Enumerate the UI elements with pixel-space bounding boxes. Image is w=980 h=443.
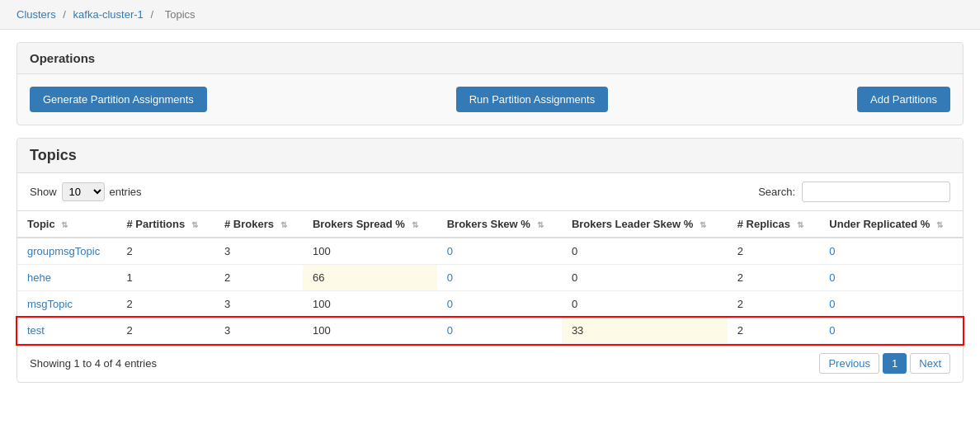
sort-icon-topic: ⇅ bbox=[61, 220, 68, 229]
table-controls: Show 10 25 50 100 entries Search: bbox=[17, 173, 963, 210]
search-label: Search: bbox=[758, 186, 795, 198]
table-row: hehe12660020 bbox=[17, 265, 963, 291]
table-row: msgTopic231000020 bbox=[17, 291, 963, 318]
topics-title: Topics bbox=[17, 139, 963, 173]
col-topic: Topic ⇅ bbox=[17, 211, 116, 238]
breadcrumb-sep-1: / bbox=[63, 8, 66, 21]
show-label: Show bbox=[30, 186, 57, 198]
previous-page-button[interactable]: Previous bbox=[819, 353, 879, 374]
col-skew: Brokers Skew % ⇅ bbox=[437, 211, 562, 238]
table-footer: Showing 1 to 4 of 4 entries Previous 1 N… bbox=[17, 344, 963, 382]
operations-title: Operations bbox=[17, 43, 963, 74]
col-partitions: # Partitions ⇅ bbox=[116, 211, 214, 238]
topic-link[interactable]: groupmsgTopic bbox=[27, 245, 100, 257]
breadcrumb-page: Topics bbox=[165, 8, 196, 21]
col-under-replicated: Under Replicated % ⇅ bbox=[819, 211, 963, 238]
next-page-button[interactable]: Next bbox=[910, 353, 950, 374]
topic-link[interactable]: test bbox=[27, 324, 45, 337]
add-partitions-button[interactable]: Add Partitions bbox=[857, 87, 950, 112]
page-1-button[interactable]: 1 bbox=[883, 353, 907, 374]
sort-icon-partitions: ⇅ bbox=[191, 220, 198, 229]
topic-link[interactable]: hehe bbox=[27, 271, 51, 284]
topic-link[interactable]: msgTopic bbox=[27, 298, 73, 310]
operations-panel: Operations Generate Partition Assignment… bbox=[16, 42, 964, 125]
breadcrumb-sep-2: / bbox=[150, 8, 153, 21]
breadcrumb-cluster-link[interactable]: kafka-cluster-1 bbox=[73, 8, 144, 21]
table-row: groupmsgTopic231000020 bbox=[17, 238, 963, 265]
generate-partition-assignments-button[interactable]: Generate Partition Assignments bbox=[30, 87, 207, 112]
table-header-row: Topic ⇅ # Partitions ⇅ # Brokers ⇅ Broke… bbox=[17, 211, 963, 238]
breadcrumb: Clusters / kafka-cluster-1 / Topics bbox=[0, 0, 980, 30]
show-entries: Show 10 25 50 100 entries bbox=[30, 182, 142, 201]
sort-icon-under-replicated: ⇅ bbox=[936, 220, 943, 229]
entries-per-page-select[interactable]: 10 25 50 100 bbox=[62, 182, 105, 201]
col-spread: Brokers Spread % ⇅ bbox=[303, 211, 437, 238]
col-replicas: # Replicas ⇅ bbox=[728, 211, 820, 238]
showing-entries: Showing 1 to 4 of 4 entries bbox=[30, 357, 157, 370]
search-input[interactable] bbox=[802, 181, 950, 202]
sort-icon-replicas: ⇅ bbox=[797, 220, 803, 229]
sort-icon-brokers: ⇅ bbox=[280, 220, 287, 229]
pagination: Previous 1 Next bbox=[819, 353, 950, 374]
sort-icon-skew: ⇅ bbox=[537, 220, 544, 229]
sort-icon-spread: ⇅ bbox=[412, 220, 418, 229]
entries-label: entries bbox=[110, 186, 142, 198]
col-leader-skew: Brokers Leader Skew % ⇅ bbox=[562, 211, 728, 238]
table-row: test2310003320 bbox=[17, 318, 963, 344]
sort-icon-leader-skew: ⇅ bbox=[700, 220, 706, 229]
topics-panel: Topics Show 10 25 50 100 entries Search:… bbox=[16, 138, 964, 383]
search-box: Search: bbox=[758, 181, 950, 202]
run-partition-assignments-button[interactable]: Run Partition Assignments bbox=[456, 87, 608, 112]
col-brokers: # Brokers ⇅ bbox=[214, 211, 303, 238]
operations-buttons: Generate Partition Assignments Run Parti… bbox=[17, 74, 963, 125]
topics-table: Topic ⇅ # Partitions ⇅ # Brokers ⇅ Broke… bbox=[17, 210, 963, 344]
breadcrumb-clusters-link[interactable]: Clusters bbox=[16, 8, 56, 21]
